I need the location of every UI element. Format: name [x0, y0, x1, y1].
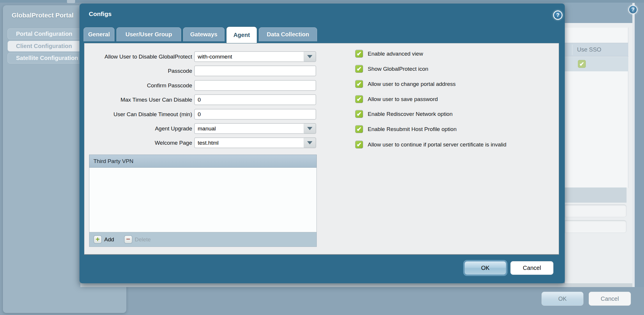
- add-button[interactable]: + Add: [93, 235, 114, 244]
- field-label: Max Times User Can Disable: [84, 97, 192, 103]
- page-top-notch: [67, 0, 75, 3]
- dialog-title: Configs: [89, 10, 112, 17]
- sidebar-item-label: Satellite Configuration: [16, 55, 78, 61]
- configs-dialog: Configs ? General User/User Group Gatewa…: [79, 3, 565, 283]
- passcode-field[interactable]: [194, 66, 316, 76]
- minus-icon: −: [124, 235, 132, 244]
- max-times-user-can-disable-field[interactable]: [194, 94, 316, 105]
- ok-button[interactable]: OK: [464, 261, 506, 275]
- allow-change-portal-address-checkbox[interactable]: ✔: [355, 80, 363, 88]
- checkbox-label: Enable advanced view: [368, 51, 423, 57]
- background-section-band: [565, 187, 627, 203]
- field-label: Welcome Page: [84, 140, 192, 146]
- add-button-label: Add: [104, 236, 114, 243]
- field-label: Passcode: [84, 68, 192, 74]
- checkbox-label: Allow user to continue if portal server …: [368, 141, 506, 148]
- page-top-strip: [0, 0, 644, 3]
- sidebar-item-label: Client Configuration: [16, 43, 72, 49]
- third-party-vpn-toolbar: + Add − Delete: [89, 232, 317, 247]
- checkbox-label: Show GlobalProtect icon: [368, 66, 428, 72]
- user-can-disable-timeout-field[interactable]: [194, 109, 316, 120]
- delete-button-label: Delete: [135, 236, 151, 243]
- background-ok-button[interactable]: OK: [542, 292, 583, 306]
- cancel-button[interactable]: Cancel: [510, 261, 553, 275]
- tab-label: General: [88, 31, 110, 38]
- help-icon[interactable]: ?: [628, 5, 638, 14]
- enable-rediscover-network-checkbox[interactable]: ✔: [355, 110, 363, 118]
- tab-data-collection[interactable]: Data Collection: [259, 27, 317, 41]
- field-label: User Can Disable Timeout (min): [84, 111, 192, 118]
- sidebar-item-label: Portal Configuration: [16, 31, 72, 37]
- welcome-page-select[interactable]: [194, 137, 304, 148]
- allow-save-password-checkbox[interactable]: ✔: [355, 95, 363, 103]
- help-icon[interactable]: ?: [553, 10, 562, 20]
- tab-label: Gateways: [190, 31, 217, 38]
- agent-tab-panel: Allow User to Disable GlobalProtect Pass…: [84, 43, 559, 255]
- tab-gateways[interactable]: Gateways: [183, 27, 224, 41]
- agent-upgrade-select[interactable]: [194, 123, 304, 134]
- checkbox-label: Enable Rediscover Network option: [368, 111, 453, 117]
- allow-user-to-disable-globalprotect-select[interactable]: [194, 51, 304, 62]
- delete-button[interactable]: − Delete: [124, 235, 151, 244]
- confirm-passcode-field[interactable]: [194, 80, 316, 91]
- background-table-row: [565, 57, 628, 71]
- tab-label: User/User Group: [125, 31, 172, 38]
- enable-resubmit-host-profile-checkbox[interactable]: ✔: [355, 125, 363, 133]
- dropdown-arrow-icon[interactable]: [304, 123, 316, 134]
- background-right-edge: [632, 3, 635, 287]
- use-sso-checkbox[interactable]: ✔: [578, 60, 586, 68]
- field-label: Confirm Passcode: [84, 82, 192, 89]
- tab-label: Agent: [233, 32, 250, 38]
- show-globalprotect-icon-checkbox[interactable]: ✔: [355, 65, 363, 73]
- third-party-vpn-table: Third Party VPN + Add − Delete: [89, 155, 317, 247]
- tab-user-user-group[interactable]: User/User Group: [116, 27, 181, 41]
- checkbox-label: Allow user to save password: [368, 96, 438, 102]
- dropdown-arrow-icon[interactable]: [304, 137, 316, 148]
- third-party-vpn-table-body[interactable]: [89, 168, 317, 232]
- third-party-vpn-column-header: Third Party VPN: [89, 155, 317, 168]
- allow-continue-invalid-certificate-checkbox[interactable]: ✔: [355, 141, 363, 148]
- use-sso-column-header: Use SSO: [577, 46, 601, 53]
- column-separator: [572, 45, 572, 55]
- dropdown-arrow-icon[interactable]: [304, 51, 316, 62]
- background-table-header: Use SSO: [565, 43, 628, 56]
- tab-label: Data Collection: [267, 31, 309, 38]
- plus-icon: +: [93, 235, 102, 244]
- background-window-titlebar: [565, 3, 632, 23]
- background-input-field[interactable]: [565, 204, 627, 217]
- field-label: Agent Upgrade: [84, 125, 192, 132]
- checkbox-label: Enable Resubmit Host Profile option: [368, 126, 457, 132]
- page-title: GlobalProtect Portal: [12, 12, 74, 19]
- tab-agent[interactable]: Agent: [227, 27, 257, 43]
- enable-advanced-view-checkbox[interactable]: ✔: [355, 50, 363, 58]
- field-label: Allow User to Disable GlobalProtect: [84, 54, 192, 60]
- background-bottom-strip: [80, 283, 632, 287]
- background-right-band: [635, 3, 644, 287]
- checkbox-label: Allow user to change portal address: [368, 81, 456, 87]
- background-cancel-button[interactable]: Cancel: [589, 292, 631, 306]
- tab-general[interactable]: General: [84, 27, 114, 41]
- background-input-field[interactable]: [565, 220, 627, 233]
